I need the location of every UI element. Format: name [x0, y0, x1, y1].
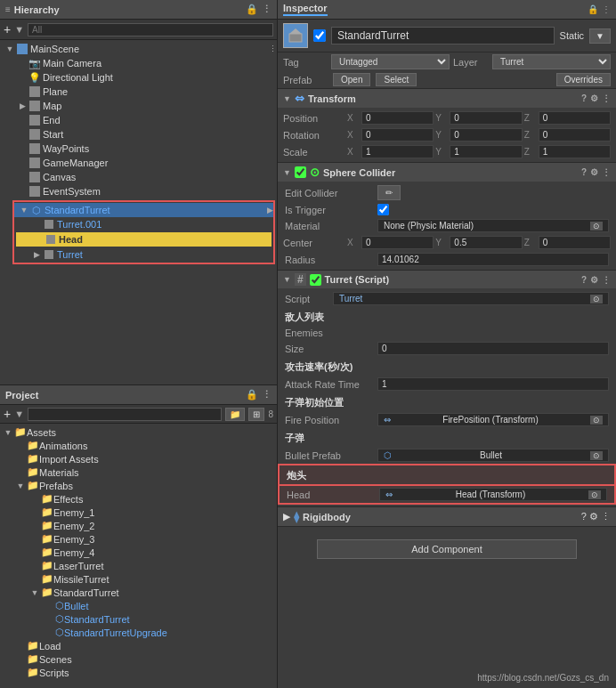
center-z-input[interactable] — [539, 236, 611, 249]
rigidbody-settings-icon[interactable]: ⚙ — [589, 511, 598, 522]
object-enabled-checkbox[interactable] — [313, 29, 326, 42]
tree-item-turret[interactable]: ▶ Turret — [14, 247, 273, 262]
project-item-standardturretupgrade[interactable]: ⬡ StandardTurretUpgrade — [0, 626, 277, 639]
edit-collider-btn[interactable]: ✏ — [377, 185, 401, 200]
tree-item-plane[interactable]: Plane — [0, 85, 277, 99]
layer-select[interactable]: Turret — [492, 54, 611, 69]
tree-item-mainscene[interactable]: ▼ MainScene ⋮ — [0, 42, 277, 56]
attack-rate-input[interactable] — [377, 377, 609, 391]
script-enabled-checkbox[interactable] — [310, 274, 321, 286]
tree-item-turret001[interactable]: Turret.001 — [14, 217, 273, 231]
head-pick-btn[interactable]: ⊙ — [588, 490, 601, 499]
hierarchy-collapse-icon[interactable]: ≡ — [5, 4, 11, 14]
rigidbody-menu-icon[interactable]: ⋮ — [601, 511, 611, 522]
expand-arrow[interactable]: ▼ — [18, 206, 30, 214]
pos-z-input[interactable] — [539, 111, 611, 125]
rot-x-input[interactable] — [361, 128, 434, 142]
tree-item-standardturret[interactable]: ▼ ⬡ StandardTurret ▶ — [14, 203, 273, 217]
bullet-pick-btn[interactable]: ⊙ — [590, 451, 603, 460]
project-item-standardturretf[interactable]: ▼ 📁 StandardTurret — [0, 586, 277, 599]
project-item-materials[interactable]: 📁 Materials — [0, 465, 277, 479]
tree-item-canvas[interactable]: Canvas — [0, 170, 277, 184]
script-help-icon[interactable]: ? — [581, 275, 587, 285]
project-item-assets[interactable]: ▼ 📁 Assets — [0, 425, 277, 439]
project-item-bullet[interactable]: ⬡ Bullet — [0, 599, 277, 612]
tree-item-eventsystem[interactable]: EventSystem — [0, 184, 277, 198]
tree-item-gamemanager[interactable]: GameManager — [0, 156, 277, 170]
expand-arrow[interactable]: ▼ — [4, 45, 16, 53]
project-item-enemy1[interactable]: 📁 Enemy_1 — [0, 506, 277, 519]
collider-settings-icon[interactable]: ⚙ — [590, 167, 598, 177]
inspector-tab[interactable]: Inspector — [283, 3, 328, 16]
transform-help-icon[interactable]: ? — [581, 93, 587, 103]
pos-y-input[interactable] — [450, 111, 522, 125]
project-item-prefabs[interactable]: ▼ 📁 Prefabs — [0, 479, 277, 492]
project-folder-btn[interactable]: 📁 — [225, 408, 245, 421]
project-item-laserturret[interactable]: 📁 LaserTurret — [0, 559, 277, 572]
project-add-btn[interactable]: + — [4, 407, 11, 421]
inspector-lock-icon[interactable]: 🔒 — [588, 4, 598, 14]
project-item-enemy3[interactable]: 📁 Enemy_3 — [0, 532, 277, 546]
tree-item-head[interactable]: Head — [16, 232, 272, 247]
trigger-checkbox[interactable] — [377, 204, 389, 215]
project-search-input[interactable] — [28, 408, 222, 421]
scale-x-input[interactable] — [361, 145, 434, 158]
rigidbody-help-icon[interactable]: ? — [581, 511, 587, 522]
collider-header[interactable]: ▼ ⊙ Sphere Collider ? ⚙ ⋮ — [278, 163, 616, 182]
transform-menu-icon[interactable]: ⋮ — [602, 93, 611, 103]
hierarchy-lock-icon[interactable]: 🔒 — [246, 4, 258, 15]
expand-arrow[interactable]: ▼ — [2, 428, 14, 437]
tree-item-map[interactable]: ▶ Map — [0, 99, 277, 113]
inspector-menu-icon[interactable]: ⋮ — [602, 4, 611, 14]
project-item-effects[interactable]: 📁 Effects — [0, 492, 277, 506]
expand-arrow[interactable]: ▶ — [16, 101, 28, 110]
fire-pos-pick-btn[interactable]: ⊙ — [590, 416, 603, 425]
project-item-animations[interactable]: 📁 Animations — [0, 439, 277, 452]
project-item-enemy4[interactable]: 📁 Enemy_4 — [0, 546, 277, 559]
tree-item-waypoints[interactable]: WayPoints — [0, 142, 277, 156]
project-view-btn[interactable]: ⊞ — [248, 408, 264, 421]
tree-item-start[interactable]: Start — [0, 127, 277, 142]
object-name-input[interactable] — [331, 27, 555, 45]
project-item-scenes[interactable]: 📁 Scenes — [0, 652, 277, 666]
scale-y-input[interactable] — [450, 145, 522, 158]
project-item-enemy2[interactable]: 📁 Enemy_2 — [0, 519, 277, 532]
rot-y-input[interactable] — [450, 128, 522, 142]
script-settings-icon[interactable]: ⚙ — [590, 275, 598, 285]
material-pick-btn[interactable]: ⊙ — [590, 222, 603, 231]
rot-z-input[interactable] — [539, 128, 611, 142]
tree-item-maincamera[interactable]: 📷 Main Camera — [0, 56, 277, 70]
project-item-importassets[interactable]: 📁 Import Assets — [0, 452, 277, 465]
center-x-input[interactable] — [361, 236, 434, 249]
project-down-icon[interactable]: ▼ — [14, 409, 24, 419]
size-input[interactable] — [377, 342, 609, 355]
collider-enabled-checkbox[interactable] — [295, 166, 306, 178]
transform-header[interactable]: ▼ ⇔ Transform ? ⚙ ⋮ — [278, 89, 616, 108]
script-menu-icon[interactable]: ⋮ — [602, 275, 611, 285]
project-lock-icon[interactable]: 🔒 — [246, 389, 258, 401]
select-prefab-btn[interactable]: Select — [376, 73, 417, 86]
hierarchy-search-input[interactable] — [28, 23, 273, 36]
hierarchy-menu-icon[interactable]: ⋮ — [262, 4, 272, 15]
item-menu-icon[interactable]: ▶ — [267, 206, 273, 214]
overrides-btn[interactable]: Overrides — [556, 73, 611, 86]
scale-z-input[interactable] — [539, 145, 611, 158]
rigidbody-header[interactable]: ▶ ⧫ Rigidbody ? ⚙ ⋮ — [278, 507, 616, 526]
add-component-btn[interactable]: Add Component — [317, 539, 576, 559]
expand-arrow[interactable]: ▼ — [14, 482, 27, 490]
project-item-standardturretpf[interactable]: ⬡ StandardTurret — [0, 612, 277, 626]
collider-menu-icon[interactable]: ⋮ — [602, 167, 611, 177]
expand-arrow[interactable]: ▼ — [28, 588, 41, 597]
transform-settings-icon[interactable]: ⚙ — [590, 93, 598, 103]
radius-input[interactable] — [377, 253, 609, 266]
tree-item-end[interactable]: End — [0, 113, 277, 127]
expand-arrow[interactable]: ▶ — [30, 250, 43, 259]
center-y-input[interactable] — [450, 236, 522, 249]
static-dropdown-btn[interactable]: ▼ — [589, 28, 611, 44]
scene-menu-icon[interactable]: ⋮ — [269, 45, 277, 53]
script-header[interactable]: ▼ # Turret (Script) ? ⚙ ⋮ — [278, 271, 616, 288]
project-item-missileturret[interactable]: 📁 MissileTurret — [0, 572, 277, 586]
hierarchy-add-btn[interactable]: + — [4, 22, 11, 36]
project-item-load[interactable]: 📁 Load — [0, 639, 277, 652]
hierarchy-down-icon[interactable]: ▼ — [14, 24, 24, 35]
